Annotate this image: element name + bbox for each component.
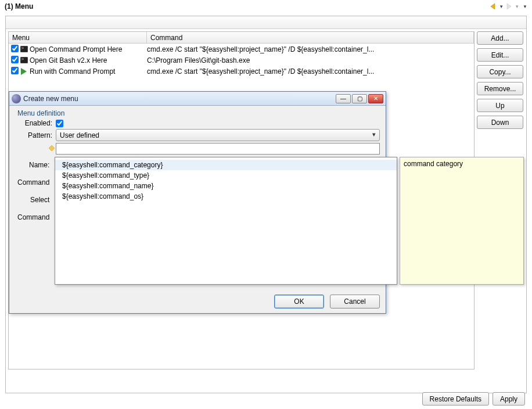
filter-strip [6, 16, 526, 29]
close-button[interactable]: ✕ [368, 94, 383, 103]
content-assist-icon [49, 145, 55, 151]
name-label: Name: [17, 161, 49, 171]
terminal-icon [19, 45, 28, 53]
cancel-button[interactable]: Cancel [330, 295, 380, 308]
remove-button[interactable]: Remove... [477, 82, 523, 95]
ac-item[interactable]: ${easyshell:command_name} [55, 181, 397, 191]
table-row[interactable]: Run with Command Prompt cmd.exe /C start… [9, 66, 474, 77]
ac-item[interactable]: ${easyshell:command_type} [55, 170, 397, 181]
col-header-command[interactable]: Command [147, 32, 474, 43]
ac-item[interactable]: ${easyshell:command_os} [55, 191, 397, 202]
row-command: cmd.exe /C start "${easyshell:project_na… [145, 67, 474, 76]
footer-buttons: Restore Defaults Apply [422, 392, 525, 406]
section-label: Menu definition [17, 109, 380, 117]
left-labels: Name: Command Select Command [17, 161, 49, 224]
row-checkbox[interactable] [9, 67, 19, 76]
arrow-left-icon [489, 2, 498, 11]
restore-defaults-button[interactable]: Restore Defaults [422, 392, 489, 406]
window-header: (1) Menu ▼ ▼ ▼ [0, 0, 532, 13]
row-menu-label: Run with Command Prompt [30, 67, 115, 76]
terminal-icon [19, 56, 28, 64]
edit-button[interactable]: Edit... [477, 48, 523, 62]
table-row[interactable]: Open Git Bash v2.x Here C:\Program Files… [9, 55, 474, 66]
tooltip-pane: command category [400, 157, 524, 285]
view-menu-chevron-icon[interactable]: ▼ [523, 4, 527, 9]
pattern-label: Pattern: [17, 131, 52, 139]
maximize-button[interactable]: ▢ [352, 94, 367, 103]
pattern-input[interactable] [56, 143, 380, 155]
col-header-menu[interactable]: Menu [9, 32, 147, 43]
run-icon [19, 67, 28, 76]
apply-button[interactable]: Apply [493, 392, 525, 406]
row-menu-label: Open Git Bash v2.x Here [30, 56, 107, 64]
ok-button[interactable]: OK [274, 295, 324, 308]
page-title: (1) Menu [5, 2, 33, 10]
svg-marker-0 [49, 145, 55, 151]
row-command: cmd.exe /C start "${easyshell:project_na… [145, 45, 474, 53]
command-label: Command [17, 178, 49, 189]
table-row[interactable]: Open Command Prompt Here cmd.exe /C star… [9, 44, 474, 55]
content-assist-popup[interactable]: ${easyshell:command_category} ${easyshel… [55, 157, 397, 285]
ac-item[interactable]: ${easyshell:command_category} [55, 160, 397, 170]
select-label: Select [17, 196, 49, 206]
enabled-label: Enabled: [17, 119, 52, 127]
dialog-icon [12, 94, 21, 103]
history-nav: ▼ ▼ ▼ [489, 2, 527, 11]
pattern-select[interactable]: User defined [56, 129, 380, 141]
forward-button[interactable]: ▼ [505, 2, 519, 11]
command2-label: Command [17, 213, 49, 224]
chevron-down-icon[interactable]: ▼ [499, 4, 504, 9]
tooltip-text: command category [404, 160, 463, 168]
pattern-value: User defined [60, 131, 99, 139]
row-command: C:\Program Files\Git\git-bash.exe [145, 56, 474, 64]
dialog-titlebar[interactable]: Create new menu — ▢ ✕ [9, 92, 386, 106]
dialog-title: Create new menu [23, 95, 336, 103]
table-header: Menu Command [9, 32, 474, 44]
enabled-checkbox[interactable] [56, 120, 63, 127]
arrow-right-icon [505, 2, 514, 11]
row-menu-label: Open Command Prompt Here [30, 45, 122, 53]
down-button[interactable]: Down [477, 116, 523, 129]
back-button[interactable]: ▼ [489, 2, 504, 11]
row-checkbox[interactable] [9, 45, 19, 54]
add-button[interactable]: Add... [477, 31, 523, 45]
chevron-down-icon[interactable]: ▼ [515, 4, 519, 9]
up-button[interactable]: Up [477, 99, 523, 112]
copy-button[interactable]: Copy... [477, 65, 523, 78]
row-checkbox[interactable] [9, 56, 19, 65]
minimize-button[interactable]: — [336, 94, 351, 103]
